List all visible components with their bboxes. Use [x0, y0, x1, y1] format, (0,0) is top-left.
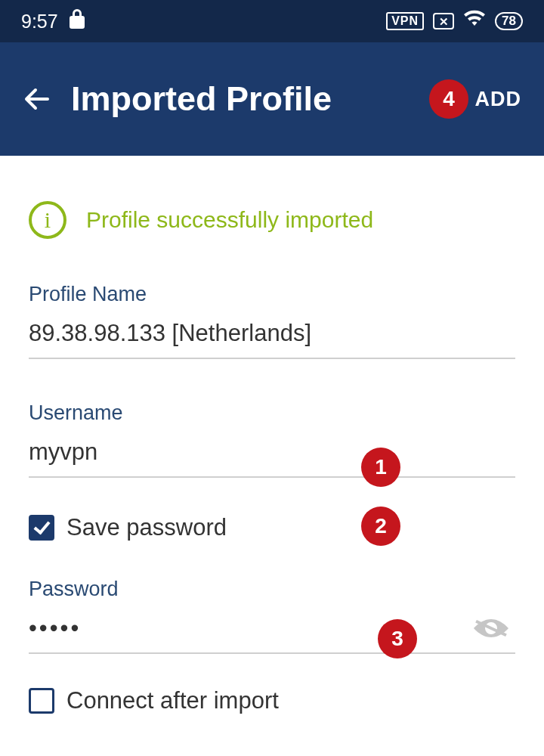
visibility-off-icon[interactable]: [470, 613, 512, 643]
password-label: Password: [29, 578, 515, 601]
save-password-checkbox[interactable]: [29, 515, 54, 541]
annotation-badge-1: 1: [361, 448, 400, 487]
profile-name-field: Profile Name: [29, 283, 515, 359]
battery-indicator: 78: [495, 12, 523, 30]
content-area: i Profile successfully imported Profile …: [0, 156, 544, 714]
password-field: Password 3: [29, 578, 515, 654]
password-input[interactable]: [29, 610, 515, 654]
info-icon: i: [29, 201, 66, 239]
connect-after-import-label: Connect after import: [66, 687, 279, 714]
success-banner: i Profile successfully imported: [29, 201, 515, 239]
username-label: Username: [29, 401, 515, 425]
profile-name-input[interactable]: [29, 315, 515, 359]
save-password-row[interactable]: Save password 2: [29, 514, 515, 541]
username-input[interactable]: [29, 434, 515, 478]
statusbar: 9:57 VPN 78: [0, 0, 544, 42]
success-message: Profile successfully imported: [86, 207, 373, 233]
back-button[interactable]: [23, 83, 54, 115]
annotation-badge-4: 4: [429, 79, 468, 119]
annotation-badge-2: 2: [361, 507, 400, 546]
profile-name-label: Profile Name: [29, 283, 515, 306]
save-password-label: Save password: [66, 514, 227, 541]
connect-after-import-row[interactable]: Connect after import: [29, 687, 515, 714]
page-title: Imported Profile: [71, 79, 459, 119]
add-button[interactable]: ADD: [475, 88, 522, 111]
annotation-badge-3: 3: [378, 619, 417, 658]
lock-icon: [69, 9, 85, 33]
username-field: Username 1: [29, 401, 515, 478]
status-time: 9:57: [21, 11, 58, 33]
notification-x-icon: [433, 13, 454, 29]
wifi-icon: [463, 10, 486, 33]
vpn-indicator: VPN: [386, 12, 424, 30]
connect-after-import-checkbox[interactable]: [29, 688, 54, 714]
appbar: Imported Profile 4 ADD: [0, 42, 544, 156]
